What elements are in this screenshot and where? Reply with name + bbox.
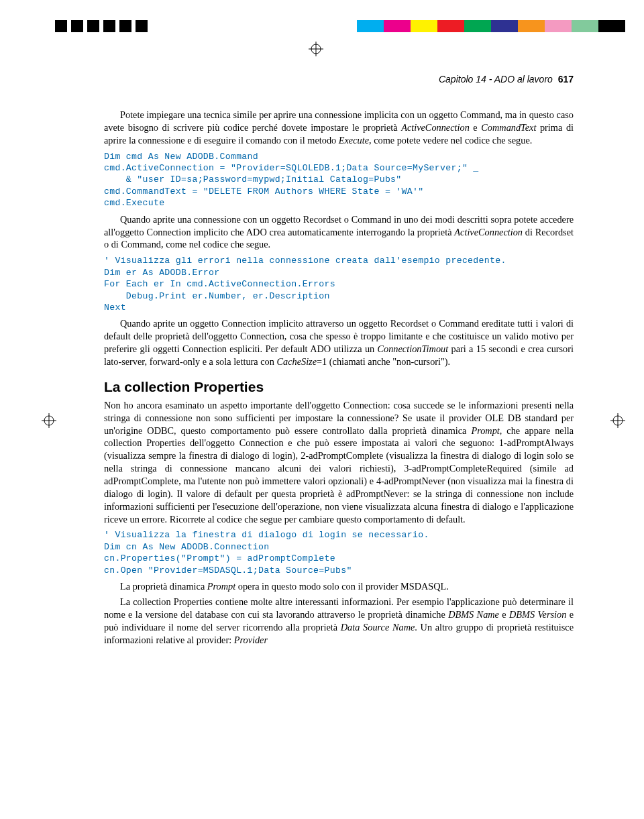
page-number: 617 <box>558 74 574 85</box>
code-block: ' Visualizza la finestra di dialogo di l… <box>104 529 574 576</box>
swatch <box>357 20 384 32</box>
swatch <box>103 20 115 32</box>
swatch <box>71 20 83 32</box>
code-block: Dim cmd As New ADODB.Command cmd.ActiveC… <box>104 151 574 209</box>
body-paragraph: Quando aprite un oggetto Connection impl… <box>104 317 574 368</box>
swatch <box>87 20 99 32</box>
swatch <box>545 20 572 32</box>
swatch <box>384 20 411 32</box>
swatch <box>55 20 67 32</box>
swatch <box>437 20 464 32</box>
swatch <box>518 20 545 32</box>
section-heading: La collection Properties <box>104 379 574 395</box>
swatch <box>572 20 598 32</box>
registration-mark-icon <box>610 413 625 428</box>
chapter-title: Capitolo 14 - ADO al lavoro <box>439 74 553 85</box>
registration-mark-icon <box>42 413 56 428</box>
page: Capitolo 14 - ADO al lavoro 617 Potete i… <box>0 0 644 819</box>
body-paragraph: Potete impiegare una tecnica simile per … <box>104 109 574 147</box>
swatch <box>464 20 491 32</box>
code-block: ' Visualizza gli errori nella connession… <box>104 255 574 313</box>
swatch <box>119 20 131 32</box>
body-paragraph: Non ho ancora esaminato un aspetto impor… <box>104 399 574 526</box>
body-paragraph: Quando aprite una connessione con un ogg… <box>104 213 574 252</box>
content-area: Capitolo 14 - ADO al lavoro 617 Potete i… <box>104 74 574 649</box>
registration-mark-icon <box>309 42 323 56</box>
swatch <box>598 20 625 32</box>
page-header: Capitolo 14 - ADO al lavoro 617 <box>104 74 574 85</box>
body-paragraph: La proprietà dinamica Prompt opera in qu… <box>104 580 574 593</box>
swatch <box>491 20 518 32</box>
right-swatches <box>357 20 625 32</box>
swatch <box>411 20 437 32</box>
swatch <box>136 20 148 32</box>
left-swatches <box>55 20 152 32</box>
body-paragraph: La collection Properties contiene molte … <box>104 596 574 646</box>
color-calibration-bar <box>0 20 644 32</box>
